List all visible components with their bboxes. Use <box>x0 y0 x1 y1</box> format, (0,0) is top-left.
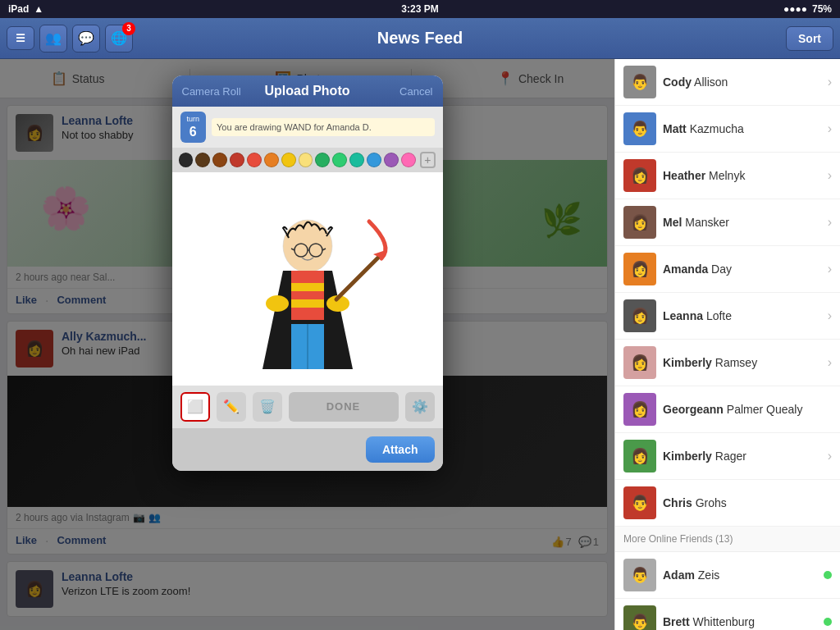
name-heather: Heather Melnyk <box>663 169 745 182</box>
sidebar-item-georgeann[interactable]: 👩 Georgeann Palmer Quealy <box>615 386 840 433</box>
chevron-matt: › <box>828 121 832 136</box>
color-purple[interactable] <box>384 153 399 167</box>
modal-cancel-button[interactable]: Cancel <box>399 85 432 98</box>
chevron-kimberly-ramsey: › <box>828 355 832 370</box>
nav-bar: ☰ 👥 💬 🌐 3 News Feed Sort <box>0 18 840 59</box>
name-brett: Brett Whittenburg <box>663 615 755 628</box>
camera-roll-button[interactable]: Camera Roll <box>182 85 241 98</box>
sidebar-item-brett[interactable]: 👨 Brett Whittenburg <box>615 599 840 630</box>
right-sidebar: 👨 Cody Allison › 👨 Matt Kazmucha › 👩 Hea… <box>614 59 840 630</box>
done-label: DONE <box>326 400 361 413</box>
modal-title: Upload Photo <box>265 84 350 98</box>
avatar-chris: 👨 <box>623 486 656 519</box>
svg-line-13 <box>336 254 381 299</box>
name-cody: Cody Allison <box>663 75 728 89</box>
color-darkred[interactable] <box>230 153 244 167</box>
color-blue[interactable] <box>367 153 381 167</box>
chevron-heather: › <box>828 168 832 183</box>
color-darkbrown[interactable] <box>195 153 210 167</box>
color-yellow[interactable] <box>281 153 296 167</box>
color-green[interactable] <box>332 153 347 167</box>
svg-point-0 <box>283 220 332 272</box>
offline-friends-list: 👨 Cody Allison › 👨 Matt Kazmucha › 👩 Hea… <box>615 59 840 527</box>
svg-rect-6 <box>291 271 324 320</box>
avatar-cody: 👨 <box>623 66 656 98</box>
attach-bar: Attach <box>172 428 443 471</box>
name-amanda: Amanda Day <box>663 262 732 276</box>
attach-button[interactable]: Attach <box>366 436 435 463</box>
chat-icon: 💬 <box>78 30 94 46</box>
sidebar-item-kimberly-rager[interactable]: 👩 Kimberly Rager › <box>615 433 840 480</box>
modal-header: Camera Roll Upload Photo Cancel <box>172 75 443 107</box>
svg-point-9 <box>266 295 289 312</box>
color-brown[interactable] <box>212 153 227 167</box>
signal-icon: ●●●● <box>783 3 807 15</box>
sidebar-item-cody[interactable]: 👨 Cody Allison › <box>615 59 840 106</box>
messages-button[interactable]: 💬 <box>72 25 100 52</box>
status-right: ●●●● 75% <box>783 3 832 15</box>
pencil-icon: ✏️ <box>223 399 240 414</box>
avatar-heather: 👩 <box>623 159 656 192</box>
name-kimberly-rager: Kimberly Rager <box>663 450 746 463</box>
upload-photo-modal: Camera Roll Upload Photo Cancel turn 6 Y… <box>172 75 443 471</box>
name-matt: Matt Kazmucha <box>663 122 744 135</box>
avatar-kimberly-ramsey: 👩 <box>623 346 656 379</box>
nav-left-buttons: ☰ 👥 💬 🌐 3 <box>7 25 133 52</box>
sidebar-item-adam[interactable]: 👨 Adam Zeis <box>615 552 840 599</box>
status-left: iPad ▲ <box>8 3 43 15</box>
chevron-amanda: › <box>828 262 832 276</box>
settings-button[interactable]: ⚙️ <box>405 392 435 422</box>
chevron-kimberly-rager: › <box>828 449 832 463</box>
chevron-cody: › <box>828 75 832 89</box>
trash-button[interactable]: 🗑️ <box>253 392 282 422</box>
name-chris: Chris Grohs <box>663 496 727 509</box>
sidebar-item-leanna[interactable]: 👩 Leanna Lofte › <box>615 293 840 340</box>
status-bar: iPad ▲ 3:23 PM ●●●● 75% <box>0 0 840 18</box>
sidebar-item-amanda[interactable]: 👩 Amanda Day › <box>615 246 840 293</box>
chevron-leanna: › <box>828 308 832 323</box>
main-layout: 📋 Status 🖼️ Photo 📍 Check In 👩 Leanna <box>0 59 840 630</box>
status-time: 3:23 PM <box>401 3 438 15</box>
avatar-amanda: 👩 <box>623 253 656 285</box>
battery-label: 75% <box>812 3 832 15</box>
avatar-brett: 👨 <box>623 605 656 630</box>
friends-button[interactable]: 👥 <box>39 25 67 52</box>
drawing-svg <box>172 172 443 386</box>
nav-right: Sort <box>786 26 833 51</box>
color-lightyellow[interactable] <box>299 153 313 167</box>
online-section-header: More Online Friends (13) <box>615 527 840 552</box>
name-georgeann: Georgeann Palmer Quealy <box>663 403 802 416</box>
drawing-toolbar: turn 6 You are drawing WAND for Amanda D… <box>172 107 443 148</box>
sidebar-item-matt[interactable]: 👨 Matt Kazmucha › <box>615 106 840 153</box>
menu-icon: ☰ <box>16 32 25 44</box>
eraser-button[interactable]: ⬜ <box>180 392 210 422</box>
color-orange[interactable] <box>264 153 279 167</box>
palette-add-button[interactable]: + <box>420 152 436 168</box>
color-red[interactable] <box>247 153 262 167</box>
color-teal[interactable] <box>349 153 364 167</box>
eraser-icon: ⬜ <box>187 399 203 414</box>
drawing-canvas[interactable] <box>172 172 443 386</box>
sidebar-item-mel[interactable]: 👩 Mel Mansker › <box>615 199 840 246</box>
wifi-icon: ▲ <box>34 3 43 15</box>
feed-area: 📋 Status 🖼️ Photo 📍 Check In 👩 Leanna <box>0 59 614 630</box>
svg-rect-7 <box>291 283 324 291</box>
online-friends-list: 👨 Adam Zeis 👨 Brett Whittenburg 👩 Cheryl… <box>615 552 840 630</box>
sort-button[interactable]: Sort <box>786 26 833 51</box>
sidebar-item-heather[interactable]: 👩 Heather Melnyk › <box>615 153 840 199</box>
sidebar-item-chris[interactable]: 👨 Chris Grohs <box>615 480 840 527</box>
avatar-kimberly-rager: 👩 <box>623 440 656 472</box>
device-label: iPad <box>8 3 29 15</box>
color-black[interactable] <box>179 153 194 167</box>
color-darkgreen[interactable] <box>315 153 330 167</box>
menu-button[interactable]: ☰ <box>7 26 34 50</box>
color-pink[interactable] <box>401 153 416 167</box>
notification-badge: 3 <box>122 22 135 35</box>
name-mel: Mel Mansker <box>663 216 729 229</box>
online-indicator-adam <box>824 571 832 579</box>
sidebar-item-kimberly-ramsey[interactable]: 👩 Kimberly Ramsey › <box>615 340 840 386</box>
drawing-prompt: You are drawing WAND for Amanda D. <box>212 118 434 136</box>
done-button[interactable]: DONE <box>289 392 399 422</box>
notifications-button[interactable]: 🌐 3 <box>105 25 133 52</box>
pencil-button[interactable]: ✏️ <box>217 392 246 422</box>
